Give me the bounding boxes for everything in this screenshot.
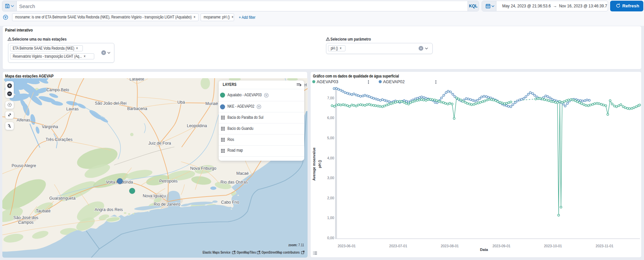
svg-text:2023-11-01: 2023-11-01 (596, 244, 613, 248)
svg-text:pH (): pH () (318, 160, 322, 168)
svg-text:5,00: 5,00 (327, 136, 334, 140)
svg-text:Cabo Frio: Cabo Frio (221, 200, 239, 205)
svg-text:2023-07-01: 2023-07-01 (389, 244, 407, 248)
svg-text:0,00: 0,00 (327, 236, 334, 240)
svg-text:2023-06-01: 2023-06-01 (338, 244, 356, 248)
svg-text:Macaé: Macaé (236, 171, 249, 176)
svg-text:Alfenas: Alfenas (16, 118, 30, 122)
svg-text:Angra dos Reis: Angra dos Reis (95, 207, 123, 212)
svg-text:Campos: Campos (18, 220, 34, 225)
svg-text:Data: Data (480, 248, 488, 252)
svg-text:Guaratinguetá: Guaratinguetá (49, 196, 75, 201)
svg-text:Lavras: Lavras (66, 107, 79, 111)
svg-text:Barbacena: Barbacena (127, 106, 147, 111)
svg-text:Rio das Ostras: Rio das Ostras (220, 180, 248, 185)
svg-text:Average moanvalue: Average moanvalue (312, 147, 316, 180)
svg-text:São João del-Rei: São João del-Rei (95, 101, 126, 106)
svg-text:4,00: 4,00 (327, 156, 334, 160)
svg-text:3,00: 3,00 (327, 176, 334, 180)
svg-text:São José dos: São José dos (13, 215, 39, 220)
svg-text:Nova Friburgo: Nova Friburgo (190, 166, 216, 171)
svg-text:Pouso Alegre: Pouso Alegre (11, 163, 36, 168)
svg-text:1,00: 1,00 (327, 216, 334, 220)
svg-text:Lafaiete: Lafaiete (129, 78, 144, 82)
svg-text:Taubaté: Taubaté (36, 209, 51, 213)
svg-text:Varginha: Varginha (42, 124, 58, 129)
svg-text:2,00: 2,00 (327, 196, 334, 200)
svg-text:6,00: 6,00 (327, 116, 334, 120)
svg-text:Petrópolis: Petrópolis (159, 179, 178, 184)
svg-text:Rio de Janeiro: Rio de Janeiro (154, 202, 180, 207)
svg-text:Juiz de Fora: Juiz de Fora (148, 141, 171, 146)
svg-text:Ubá: Ubá (177, 100, 185, 105)
svg-text:Leopoldina: Leopoldina (187, 123, 207, 128)
svg-text:Muriaé: Muriaé (205, 101, 218, 106)
svg-text:Três Corações: Três Corações (46, 137, 72, 142)
svg-text:Campo Belo: Campo Belo (46, 88, 69, 92)
svg-text:2023-08-01: 2023-08-01 (441, 244, 459, 248)
svg-text:2023-10-01: 2023-10-01 (544, 244, 562, 248)
svg-text:Nova Iguaçu: Nova Iguaçu (143, 194, 166, 198)
svg-text:2023-09-01: 2023-09-01 (492, 244, 511, 248)
svg-text:7,00: 7,00 (327, 96, 334, 100)
